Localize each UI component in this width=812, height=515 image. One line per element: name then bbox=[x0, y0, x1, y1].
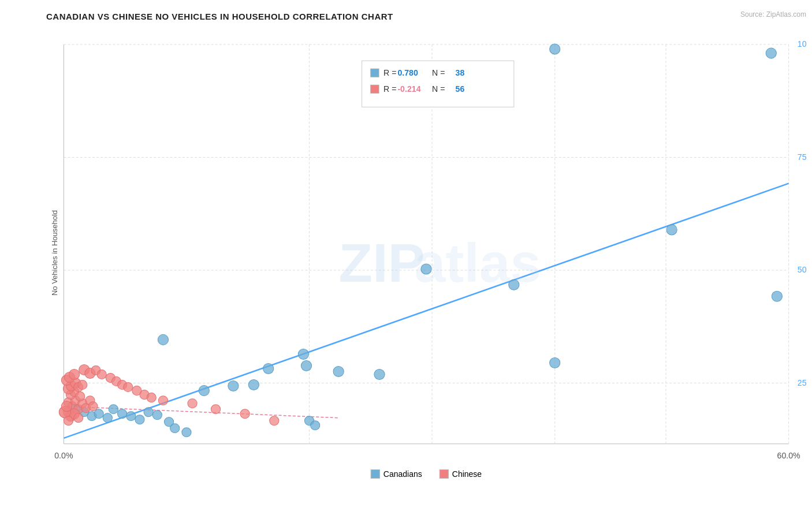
svg-text:R =: R = bbox=[383, 68, 396, 77]
svg-text:ZIP: ZIP bbox=[338, 232, 425, 293]
svg-point-63 bbox=[76, 392, 85, 401]
svg-point-26 bbox=[772, 291, 782, 301]
svg-point-41 bbox=[109, 405, 118, 414]
canadian-swatch bbox=[371, 469, 380, 479]
svg-point-23 bbox=[666, 225, 677, 235]
svg-point-60 bbox=[88, 402, 98, 411]
svg-point-27 bbox=[158, 334, 168, 345]
chart-area: No Vehicles in Household 100.0% bbox=[46, 27, 806, 479]
chart-title: CANADIAN VS CHINESE NO VEHICLES IN HOUSE… bbox=[46, 12, 806, 21]
svg-point-50 bbox=[170, 424, 180, 433]
y-axis-label: No Vehicles in Household bbox=[50, 210, 59, 296]
svg-point-40 bbox=[103, 413, 112, 423]
svg-point-82 bbox=[147, 393, 156, 402]
svg-point-24 bbox=[421, 264, 431, 274]
svg-point-46 bbox=[152, 410, 162, 420]
svg-text:56: 56 bbox=[456, 84, 465, 94]
svg-point-32 bbox=[228, 381, 239, 391]
svg-rect-96 bbox=[371, 69, 379, 77]
svg-text:-0.214: -0.214 bbox=[397, 84, 420, 94]
chinese-legend-label: Chinese bbox=[452, 469, 482, 479]
svg-text:38: 38 bbox=[456, 68, 465, 77]
svg-text:60.0%: 60.0% bbox=[777, 451, 801, 460]
svg-point-30 bbox=[263, 363, 274, 374]
svg-point-35 bbox=[199, 386, 209, 396]
svg-point-43 bbox=[126, 412, 136, 421]
svg-point-49 bbox=[182, 428, 191, 437]
svg-text:100.0%: 100.0% bbox=[798, 39, 806, 48]
canadian-legend-item: Canadians bbox=[371, 469, 422, 479]
svg-point-89 bbox=[64, 416, 73, 426]
svg-point-68 bbox=[78, 380, 87, 390]
svg-text:0.780: 0.780 bbox=[397, 68, 418, 77]
svg-text:R =: R = bbox=[383, 84, 396, 94]
svg-point-28 bbox=[301, 360, 311, 371]
svg-point-71 bbox=[69, 370, 79, 380]
svg-text:0.0%: 0.0% bbox=[54, 451, 73, 460]
svg-point-52 bbox=[311, 421, 320, 430]
svg-point-94 bbox=[270, 416, 279, 426]
svg-point-21 bbox=[550, 44, 560, 54]
bottom-legend: Canadians Chinese bbox=[371, 469, 482, 479]
svg-point-86 bbox=[74, 413, 83, 423]
svg-point-42 bbox=[118, 409, 127, 419]
svg-point-75 bbox=[97, 370, 106, 379]
svg-point-44 bbox=[135, 415, 144, 424]
chinese-swatch bbox=[439, 469, 449, 479]
chart-container: CANADIAN VS CHINESE NO VEHICLES IN HOUSE… bbox=[0, 0, 812, 515]
svg-point-91 bbox=[188, 399, 197, 408]
svg-point-31 bbox=[374, 370, 385, 380]
svg-point-39 bbox=[94, 409, 103, 419]
svg-point-29 bbox=[333, 367, 344, 377]
svg-rect-101 bbox=[371, 85, 379, 93]
svg-point-88 bbox=[61, 401, 72, 412]
svg-point-36 bbox=[550, 357, 560, 368]
svg-text:25.0%: 25.0% bbox=[798, 378, 806, 387]
svg-text:N =: N = bbox=[432, 84, 445, 94]
svg-text:atlas: atlas bbox=[415, 232, 541, 293]
svg-point-25 bbox=[509, 279, 519, 290]
svg-point-45 bbox=[144, 408, 153, 417]
svg-line-17 bbox=[64, 184, 788, 438]
source-text: Source: ZipAtlas.com bbox=[740, 10, 806, 18]
svg-point-93 bbox=[240, 409, 249, 419]
chinese-legend-item: Chinese bbox=[439, 469, 482, 479]
svg-text:75.0%: 75.0% bbox=[798, 152, 806, 162]
svg-text:50.0%: 50.0% bbox=[798, 265, 806, 274]
svg-point-92 bbox=[211, 405, 220, 414]
svg-rect-95 bbox=[362, 61, 514, 107]
svg-point-79 bbox=[124, 383, 133, 392]
svg-point-22 bbox=[766, 48, 776, 58]
svg-point-90 bbox=[158, 396, 167, 405]
svg-point-34 bbox=[298, 349, 308, 359]
canadian-legend-label: Canadians bbox=[383, 469, 422, 479]
scatter-plot: 100.0% 75.0% 50.0% 25.0% 0.0% 60.0% ZIP … bbox=[46, 27, 806, 479]
svg-text:N =: N = bbox=[432, 68, 445, 77]
svg-point-33 bbox=[248, 380, 259, 390]
